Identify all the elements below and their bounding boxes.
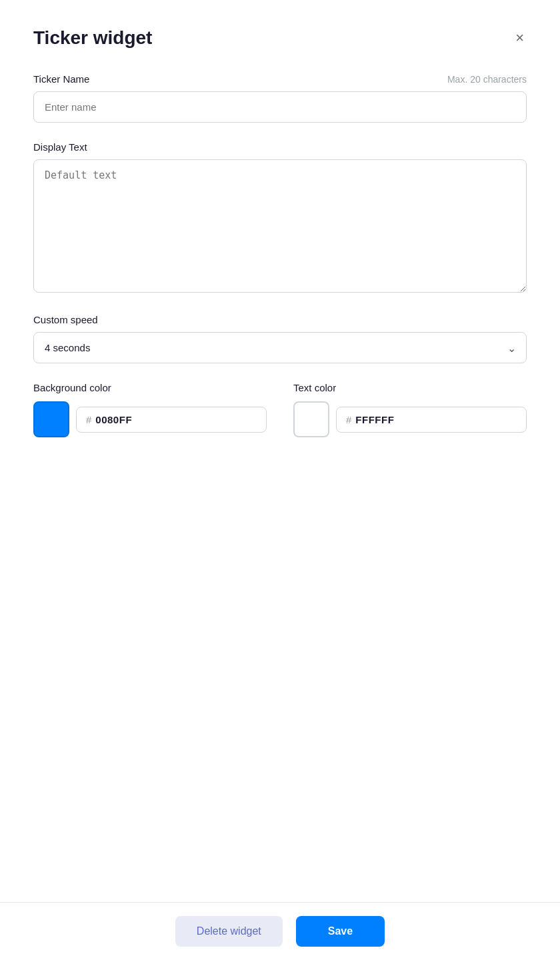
custom-speed-label: Custom speed [33,314,98,325]
background-color-hex-input[interactable] [95,414,257,425]
main-content: Ticker widget × Ticker Name Max. 20 char… [0,0,560,902]
save-button[interactable]: Save [296,916,385,947]
page-title: Ticker widget [33,27,152,49]
display-text-label-row: Display Text [33,141,527,153]
background-color-hash: # [86,414,91,425]
header: Ticker widget × [33,27,527,49]
ticker-name-group: Ticker Name Max. 20 characters [33,73,527,123]
display-text-group: Display Text [33,141,527,295]
text-color-input-row: # [293,401,527,437]
text-color-swatch[interactable] [293,401,329,437]
custom-speed-label-row: Custom speed [33,314,527,325]
ticker-name-label-row: Ticker Name Max. 20 characters [33,73,527,85]
custom-speed-select-wrapper: 1 seconds 2 seconds 3 seconds 4 seconds … [33,332,527,363]
display-text-label: Display Text [33,141,87,153]
text-color-label: Text color [293,382,527,393]
ticker-name-hint: Max. 20 characters [447,74,527,85]
text-color-hex-input[interactable] [355,414,517,425]
background-color-swatch[interactable] [33,401,69,437]
delete-widget-button[interactable]: Delete widget [175,916,283,947]
ticker-name-label: Ticker Name [33,73,89,85]
close-icon: × [515,29,524,47]
custom-speed-select[interactable]: 1 seconds 2 seconds 3 seconds 4 seconds … [33,332,527,363]
custom-speed-group: Custom speed 1 seconds 2 seconds 3 secon… [33,314,527,363]
close-button[interactable]: × [513,27,527,49]
text-color-hash: # [346,414,351,425]
text-color-group: Text color # [293,382,527,437]
display-text-input[interactable] [33,159,527,293]
background-color-label: Background color [33,382,267,393]
text-color-hex-wrapper: # [336,407,527,433]
footer: Delete widget Save [0,902,560,960]
background-color-input-row: # [33,401,267,437]
color-row: Background color # Text color # [33,382,527,437]
ticker-name-input[interactable] [33,91,527,123]
page-wrapper: Ticker widget × Ticker Name Max. 20 char… [0,0,560,960]
background-color-hex-wrapper: # [76,407,267,433]
background-color-group: Background color # [33,382,267,437]
